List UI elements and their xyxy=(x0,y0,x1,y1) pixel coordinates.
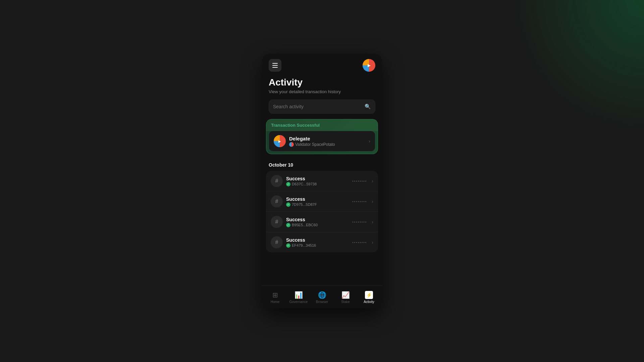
nav-label-home: Home xyxy=(271,300,280,304)
header xyxy=(262,54,382,74)
delegate-row[interactable]: Delegate Validator SpacePotato › xyxy=(269,131,375,151)
search-container: 🔍 xyxy=(262,100,382,119)
tx-hash-icon-2: # xyxy=(271,216,283,228)
phone-container: Activity View your detailed transaction … xyxy=(262,54,382,308)
bottom-nav: ⊞ Home 📊 Governance 🌐 Browser 📈 Stake Ac… xyxy=(262,286,382,308)
menu-line-1 xyxy=(272,63,278,64)
tx-status-1: Success xyxy=(286,196,349,202)
delegate-info: Delegate Validator SpacePotato xyxy=(289,136,365,147)
tx-chevron-2: › xyxy=(372,219,373,225)
page-title: Activity xyxy=(269,77,375,88)
tx-dots-1: •••••••• xyxy=(352,200,367,203)
table-row[interactable]: # Success ✓ D637C...59738 •••••••• › xyxy=(266,171,378,191)
delegate-chevron-icon: › xyxy=(369,138,370,144)
activity-icon xyxy=(365,291,373,299)
success-check-icon-3: ✓ xyxy=(286,243,290,248)
stake-icon: 📈 xyxy=(341,291,350,299)
tx-info-0: Success ✓ D637C...59738 xyxy=(286,176,349,186)
success-check-icon-1: ✓ xyxy=(286,202,290,207)
nav-label-governance: Governance xyxy=(289,300,308,304)
section-date: October 10 xyxy=(266,161,378,171)
tx-status-3: Success xyxy=(286,237,349,243)
table-row[interactable]: # Success ✓ EF479...34516 •••••••• › xyxy=(266,232,378,252)
tx-hash-text-0: D637C...59738 xyxy=(292,182,317,186)
tx-dots-2: •••••••• xyxy=(352,220,367,224)
transaction-success-card: Transaction Successful Delegate Validato… xyxy=(266,119,378,154)
table-row[interactable]: # Success ✓ B95E5...EBC60 •••••••• › xyxy=(266,212,378,232)
tx-hash-icon-0: # xyxy=(271,175,283,187)
validator-name: Validator SpacePotato xyxy=(295,142,335,147)
delegate-title: Delegate xyxy=(289,136,365,141)
transaction-list: # Success ✓ D637C...59738 •••••••• › # S… xyxy=(266,171,378,252)
tx-chevron-3: › xyxy=(372,240,373,245)
nav-label-browser: Browser xyxy=(316,300,328,304)
scroll-content: Transaction Successful Delegate Validato… xyxy=(262,119,382,286)
governance-icon: 📊 xyxy=(294,291,303,299)
success-check-icon-0: ✓ xyxy=(286,182,290,186)
nav-item-governance[interactable]: 📊 Governance xyxy=(287,286,310,308)
tx-status-0: Success xyxy=(286,176,349,181)
tx-hash-sub-2: ✓ B95E5...EBC60 xyxy=(286,223,349,227)
nav-label-activity: Activity xyxy=(364,300,374,304)
tx-hash-sub-3: ✓ EF479...34516 xyxy=(286,243,349,248)
tx-status-2: Success xyxy=(286,217,349,222)
delegate-icon xyxy=(274,135,286,147)
search-bar[interactable]: 🔍 xyxy=(269,100,375,114)
tx-info-2: Success ✓ B95E5...EBC60 xyxy=(286,217,349,227)
tx-chevron-0: › xyxy=(372,178,373,184)
tx-hash-icon-3: # xyxy=(271,236,283,248)
nav-item-stake[interactable]: 📈 Stake xyxy=(334,286,357,308)
nav-label-stake: Stake xyxy=(341,300,350,304)
tx-info-3: Success ✓ EF479...34516 xyxy=(286,237,349,248)
avatar-button[interactable] xyxy=(363,59,375,72)
success-check-icon-2: ✓ xyxy=(286,223,290,227)
tx-chevron-1: › xyxy=(372,199,373,204)
menu-button[interactable] xyxy=(269,59,281,72)
menu-line-2 xyxy=(272,65,278,66)
tx-hash-text-1: 7D975...5D87F xyxy=(292,202,317,206)
home-icon: ⊞ xyxy=(272,291,278,299)
tx-dots-3: •••••••• xyxy=(352,241,367,244)
nav-item-browser[interactable]: 🌐 Browser xyxy=(310,286,334,308)
tx-success-header: Transaction Successful xyxy=(266,119,378,131)
nav-item-home[interactable]: ⊞ Home xyxy=(263,286,287,308)
page-title-section: Activity View your detailed transaction … xyxy=(262,74,382,100)
tx-hash-sub-0: ✓ D637C...59738 xyxy=(286,182,349,186)
tx-hash-icon-1: # xyxy=(271,195,283,207)
nav-item-activity[interactable]: Activity xyxy=(357,286,381,308)
menu-line-3 xyxy=(272,67,278,68)
table-row[interactable]: # Success ✓ 7D975...5D87F •••••••• › xyxy=(266,191,378,212)
tx-info-1: Success ✓ 7D975...5D87F xyxy=(286,196,349,207)
tx-hash-sub-1: ✓ 7D975...5D87F xyxy=(286,202,349,207)
browser-icon: 🌐 xyxy=(318,291,326,299)
tx-hash-text-3: EF479...34516 xyxy=(292,243,316,247)
delegate-sub: Validator SpacePotato xyxy=(289,142,365,147)
search-icon: 🔍 xyxy=(365,104,371,110)
validator-icon xyxy=(289,142,294,147)
tx-hash-text-2: B95E5...EBC60 xyxy=(292,223,318,227)
search-input[interactable] xyxy=(273,104,362,109)
tx-dots-0: •••••••• xyxy=(352,179,367,183)
page-subtitle: View your detailed transaction history xyxy=(269,89,375,94)
